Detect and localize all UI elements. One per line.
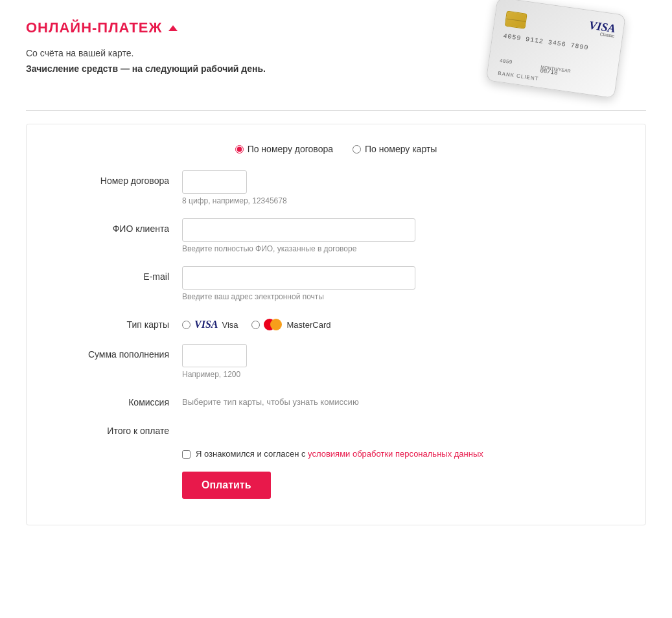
card-chip: [505, 11, 527, 29]
collapse-icon[interactable]: [168, 25, 178, 31]
contract-number-row: Номер договора 8 цифр, например, 1234567…: [65, 170, 607, 205]
amount-input[interactable]: [182, 344, 247, 367]
commission-value: Выберите тип карты, чтобы узнать комисси…: [182, 392, 607, 407]
agreement-link[interactable]: условиями обработки персональных данных: [308, 449, 483, 459]
card-number-short: 4059: [500, 58, 513, 65]
email-row: E-mail Введите ваш адрес электронной поч…: [65, 266, 607, 301]
contract-input[interactable]: [182, 170, 247, 194]
payment-type-group: По номеру договора По номеру карты: [65, 144, 607, 154]
fio-hint: Введите полностью ФИО, указанные в догов…: [182, 244, 607, 253]
card-image: 4059 9112 3456 7890 4059 MONTH/YEAR 08/1…: [485, 0, 638, 107]
mastercard-badge-icon: [264, 318, 283, 331]
visa-option[interactable]: VISA Visa: [182, 319, 238, 330]
agreement-checkbox[interactable]: [182, 450, 191, 459]
commission-field: Выберите тип карты, чтобы узнать комисси…: [182, 392, 607, 407]
card-type-group: VISA Visa MasterCard: [182, 314, 607, 331]
total-value: [182, 420, 607, 426]
card-owner: BANK CLIENT: [498, 71, 539, 82]
total-row: Итого к оплате: [65, 420, 607, 436]
email-label: E-mail: [65, 266, 182, 282]
subtitle: Со счёта на вашей карте.: [26, 48, 491, 58]
amount-field: Например, 1200: [182, 344, 607, 379]
amount-row: Сумма пополнения Например, 1200: [65, 344, 607, 379]
mastercard-label: MasterCard: [287, 320, 331, 330]
visa-badge-icon: VISA: [194, 319, 218, 330]
total-field: [182, 420, 607, 426]
amount-label: Сумма пополнения: [65, 344, 182, 360]
contract-field: 8 цифр, например, 12345678: [182, 170, 607, 205]
card-type-row: Тип карты VISA Visa MasterCard: [65, 314, 607, 331]
commission-label: Комиссия: [65, 392, 182, 407]
card-number: 4059 9112 3456 7890: [503, 32, 589, 51]
amount-hint: Например, 1200: [182, 370, 607, 379]
card-type-field: VISA Visa MasterCard: [182, 314, 607, 331]
page-title: ОНЛАЙН-ПЛАТЕЖ: [26, 19, 491, 36]
agreement-text: Я ознакомился и согласен с условиями обр…: [196, 449, 483, 459]
fio-field: Введите полностью ФИО, указанные в догов…: [182, 218, 607, 253]
total-label: Итого к оплате: [65, 420, 182, 436]
mastercard-radio[interactable]: [251, 321, 260, 329]
email-input[interactable]: [182, 266, 415, 290]
email-field-container: Введите ваш адрес электронной почты: [182, 266, 607, 301]
radio-by-card[interactable]: По номеру карты: [353, 144, 437, 154]
contract-label: Номер договора: [65, 170, 182, 186]
commission-row: Комиссия Выберите тип карты, чтобы узнат…: [65, 392, 607, 407]
subtitle-bold: Зачисление средств — на следующий рабочи…: [26, 63, 491, 74]
contract-hint: 8 цифр, например, 12345678: [182, 196, 607, 205]
agreement-row: Я ознакомился и согласен с условиями обр…: [182, 449, 607, 459]
card-type-label: Тип карты: [65, 314, 182, 330]
visa-label: Visa: [222, 320, 238, 330]
pay-button[interactable]: Оплатить: [182, 472, 271, 499]
fio-input[interactable]: [182, 218, 415, 242]
divider: [26, 110, 646, 111]
mastercard-option[interactable]: MasterCard: [251, 318, 331, 331]
fio-label: ФИО клиента: [65, 218, 182, 234]
visa-radio[interactable]: [182, 321, 191, 329]
fio-row: ФИО клиента Введите полностью ФИО, указа…: [65, 218, 607, 253]
email-hint: Введите ваш адрес электронной почты: [182, 292, 607, 301]
payment-form: По номеру договора По номеру карты Номер…: [26, 124, 646, 525]
radio-by-contract[interactable]: По номеру договора: [235, 144, 333, 154]
